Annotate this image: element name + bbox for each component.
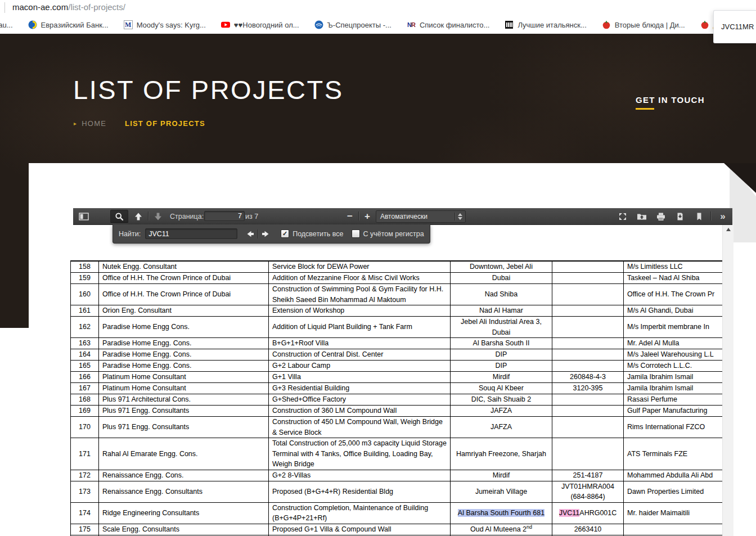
table-cell: DIP — [451, 361, 552, 372]
table-cell: Plus 971 Engg. Consultants — [99, 406, 269, 417]
table-cell: Oud Al Muteena 2nd — [451, 524, 552, 535]
table-cell — [552, 417, 624, 438]
match-case-checkbox[interactable]: ✓ С учётом регистра — [352, 229, 424, 238]
double-chevron-icon: » — [720, 211, 724, 222]
next-page-button[interactable] — [150, 208, 166, 224]
table-cell: Service Block for DEWA Power — [269, 261, 451, 273]
table-cell: M/s Jaleel Warehousing L.L — [624, 349, 723, 361]
bookmark-item[interactable]: eau... — [0, 21, 13, 29]
table-cell: JAFZA — [451, 406, 552, 417]
bookmark-label: eau... — [0, 21, 13, 29]
arrow-up-icon — [133, 212, 143, 221]
zoom-select[interactable]: Автоматически — [376, 210, 466, 223]
table-cell: 166 — [71, 372, 99, 383]
table-cell — [552, 406, 624, 417]
breadcrumb-home-link[interactable]: HOME — [82, 119, 106, 128]
address-bar[interactable]: macon-ae.com/list-of-projects/ — [12, 2, 125, 12]
url-path: /list-of-projects/ — [68, 2, 125, 12]
table-cell: Mohammed Abdulla Ali Abd — [624, 470, 723, 481]
scroll-up-button[interactable] — [723, 224, 734, 234]
bookmark-label: Евразийский Банк... — [41, 21, 109, 29]
previous-page-button[interactable] — [130, 208, 146, 224]
printer-icon — [656, 212, 666, 221]
table-cell: Ridge Engineering Consultants — [99, 502, 269, 524]
toolbar-separator — [710, 211, 711, 220]
table-cell: Construction of 450 LM Compound Wall, We… — [269, 417, 451, 438]
bookmark-item[interactable]: Евразийский Банк... — [28, 20, 109, 29]
table-row: 170Plus 971 Engg. ConsultantsConstructio… — [71, 417, 723, 438]
table-cell: Total Construction of 25,000 m3 capacity… — [269, 438, 451, 470]
bookmark-item[interactable]: NR Список финалисто... — [407, 20, 489, 29]
table-cell — [552, 438, 624, 470]
bookmark-label: Список финалисто... — [420, 21, 489, 29]
table-cell: Construction of Swimming Pool & Gym Faci… — [269, 284, 451, 305]
page-number-input[interactable] — [204, 211, 245, 221]
table-cell: Rasasi Perfume — [624, 394, 723, 406]
find-input[interactable] — [145, 228, 237, 239]
nr-icon: NR — [407, 20, 416, 29]
table-cell: 160 — [71, 284, 99, 305]
kommersant-icon — [314, 20, 323, 29]
page-count-label: из 7 — [245, 208, 258, 224]
pdf-scrollbar[interactable] — [722, 224, 734, 536]
bookmark-label: Moody's says: Kyrg... — [137, 21, 206, 29]
table-cell: 3120-395 — [552, 383, 624, 394]
table-cell: 251-4187 — [552, 470, 624, 481]
zoom-in-button[interactable]: + — [361, 208, 374, 224]
toolbar-separator — [358, 211, 359, 220]
get-in-touch-button[interactable]: GET IN TOUCH — [636, 95, 705, 110]
find-previous-button[interactable] — [243, 226, 258, 242]
plus-icon: + — [364, 211, 370, 222]
table-cell: Al Barsha South II — [451, 338, 552, 349]
table-cell: Platinum Home Consultant — [99, 372, 269, 383]
find-next-button[interactable] — [258, 226, 273, 242]
match-case-label: С учётом регистра — [363, 230, 424, 238]
find-suggestion-item[interactable]: JVC11MR — [721, 22, 754, 31]
table-cell: Office of H.H. The Crown Prince of Dubai — [99, 273, 269, 284]
table-cell: Construction of 360 LM Compound Wall — [269, 406, 451, 417]
table-cell: 174 — [71, 502, 99, 524]
print-button[interactable] — [653, 208, 669, 224]
table-cell: G+Shed+Office Factory — [269, 394, 451, 406]
table-cell: 162 — [71, 317, 99, 338]
table-row: 171Rahal Al Emarate Engg. Cons.Total Con… — [71, 438, 723, 470]
bookmark-item[interactable]: Ъ-Спецпроекты -... — [314, 20, 392, 29]
highlight-all-checkbox[interactable]: ✓ Подсветить все — [281, 229, 343, 238]
find-toggle-button[interactable] — [110, 210, 128, 223]
sidebar-toggle-button[interactable] — [76, 208, 91, 224]
table-row: 166Platinum Home ConsultantG+1 VillaMird… — [71, 372, 723, 383]
table-cell: DIC, Saih Shuaib 2 — [451, 394, 552, 406]
projects-table: 158Nutek Engg. ConsultantService Block f… — [70, 260, 722, 536]
zoom-out-button[interactable]: − — [343, 208, 357, 224]
table-cell — [552, 273, 624, 284]
bookmark-item[interactable]: ♥♥Новогодний ол... — [221, 20, 299, 29]
bookmark-item[interactable]: Вторые блюда | Ди... — [602, 20, 685, 29]
bookmark-item[interactable]: M Moody's says: Kyrg... — [124, 20, 206, 29]
table-row: 174Ridge Engineering ConsultantsConstruc… — [71, 502, 723, 524]
table-cell: Renaissance Engg. Consultants — [99, 481, 269, 502]
download-button[interactable] — [672, 208, 688, 224]
bookmark-button[interactable] — [691, 208, 707, 224]
table-cell — [552, 305, 624, 317]
download-icon — [676, 212, 685, 221]
table-row: 175Scale Engg. ConsultantsProposed G+1 V… — [71, 524, 723, 535]
table-cell: DIP — [451, 349, 552, 361]
address-bar-row: macon-ae.com/list-of-projects/ — [0, 0, 756, 16]
arrow-right-icon — [260, 229, 271, 238]
table-cell: Proposed (B+G+4+R) Residential Bldg — [269, 481, 451, 502]
tomato-icon — [602, 20, 611, 29]
table-row: 165Paradise Home Engg. Cons.G+2 Labour C… — [71, 361, 723, 372]
breadcrumb: ▸ HOME LIST OF PROJECTS — [74, 119, 205, 128]
search-icon — [115, 212, 124, 221]
more-tools-button[interactable]: » — [714, 208, 730, 224]
get-in-touch-underline — [636, 108, 654, 110]
bookmark-item[interactable]: Лучшие итальянск... — [505, 20, 586, 29]
select-arrows-icon — [455, 213, 465, 220]
presentation-mode-button[interactable] — [615, 208, 631, 224]
table-cell: 165 — [71, 361, 99, 372]
table-row: 164Paradise Home Engg. Cons.Construction… — [71, 349, 723, 361]
table-cell: G+2 Labour Camp — [269, 361, 451, 372]
table-cell: Jamila Ibrahim Ismail — [624, 372, 723, 383]
eurasian-bank-icon — [28, 20, 37, 29]
open-file-button[interactable] — [634, 208, 650, 224]
